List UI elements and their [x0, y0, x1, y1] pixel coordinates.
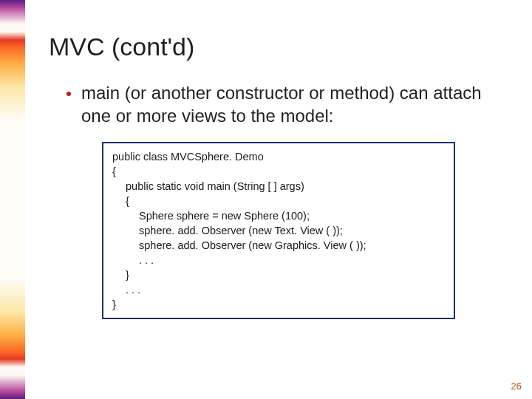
code-line: public static void main (String [ ] args… — [126, 179, 446, 194]
slide-title: MVC (cont'd) — [49, 33, 502, 61]
bullet-item: main (or another constructor or method) … — [66, 82, 502, 127]
code-line: Sphere sphere = new Sphere (100); — [139, 208, 446, 223]
code-line: { — [112, 164, 446, 179]
code-line: sphere. add. Observer (new Graphics. Vie… — [139, 238, 446, 253]
code-box: public class MVCSphere. Demo { public st… — [102, 142, 455, 319]
code-line: } — [112, 297, 446, 312]
slide-content: MVC (cont'd) main (or another constructo… — [49, 33, 502, 384]
code-line: sphere. add. Observer (new Text. View ( … — [139, 223, 446, 238]
code-line: public class MVCSphere. Demo — [112, 149, 446, 164]
code-line: . . . — [139, 253, 446, 267]
bullet-text: main (or another constructor or method) … — [81, 82, 502, 127]
code-line: { — [126, 194, 446, 208]
page-number: 26 — [511, 381, 522, 392]
decorative-left-strip — [0, 0, 25, 399]
code-line: . . . — [126, 282, 446, 297]
bullet-dot-icon — [66, 92, 71, 96]
code-line: } — [126, 267, 446, 282]
